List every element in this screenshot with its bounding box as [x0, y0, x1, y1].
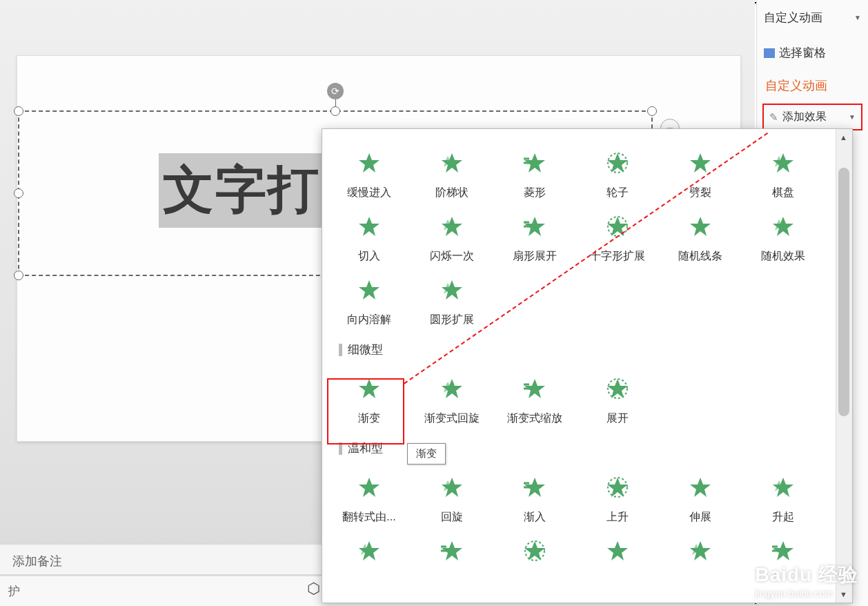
- effect-item[interactable]: [328, 529, 411, 593]
- effect-label: 随机效果: [761, 249, 805, 264]
- star-icon: [355, 148, 384, 177]
- svg-marker-27: [442, 379, 462, 398]
- scroll-up-icon[interactable]: ▲: [840, 133, 847, 141]
- effect-label: 升起: [772, 510, 794, 525]
- star-icon: [437, 536, 466, 565]
- svg-marker-22: [359, 280, 379, 300]
- star-icon: [437, 473, 466, 502]
- effect-label: 渐变式回旋: [424, 411, 480, 426]
- resize-handle[interactable]: [14, 271, 23, 280]
- svg-marker-41: [690, 478, 711, 497]
- effect-item[interactable]: 阶梯状: [411, 141, 493, 205]
- svg-marker-19: [690, 217, 711, 236]
- effect-item[interactable]: [659, 529, 742, 593]
- effect-label: 扇形展开: [513, 249, 557, 264]
- textbox-content[interactable]: 文字打: [159, 153, 324, 228]
- star-icon: [437, 212, 466, 241]
- effect-label: 圆形扩展: [430, 313, 474, 327]
- effect-item[interactable]: 十字形扩展: [576, 205, 659, 268]
- effect-item[interactable]: 轮子: [576, 141, 659, 205]
- resize-handle[interactable]: [14, 188, 23, 198]
- pencil-icon: ✎: [769, 111, 778, 124]
- star-icon: [769, 148, 798, 177]
- svg-marker-43: [773, 478, 793, 497]
- effect-label: 回旋: [441, 510, 463, 525]
- star-icon: [437, 374, 466, 403]
- star-icon: [603, 536, 632, 565]
- effect-item[interactable]: 随机线条: [659, 205, 742, 268]
- select-pane-button[interactable]: 选择窗格: [757, 35, 868, 70]
- effect-item[interactable]: 闪烁一次: [411, 205, 493, 268]
- effect-item[interactable]: 伸展: [659, 466, 742, 529]
- star-icon: [603, 374, 632, 403]
- effect-item[interactable]: 向内溶解: [328, 268, 411, 332]
- effect-label: 上升: [606, 510, 629, 525]
- star-icon: [769, 212, 798, 241]
- resize-handle[interactable]: [14, 106, 23, 116]
- svg-marker-45: [359, 541, 379, 560]
- effect-item[interactable]: 渐变式回旋: [411, 367, 493, 431]
- effect-item[interactable]: 渐变式缩放: [493, 367, 576, 431]
- svg-marker-2: [442, 153, 462, 173]
- resize-handle[interactable]: [331, 106, 340, 116]
- star-icon: [437, 275, 466, 304]
- effect-item[interactable]: 圆形扩展: [411, 268, 493, 332]
- effect-item[interactable]: 随机效果: [742, 205, 825, 268]
- star-icon: [520, 536, 549, 565]
- effect-item[interactable]: 劈裂: [659, 141, 742, 205]
- star-icon: [769, 473, 798, 502]
- resize-handle[interactable]: [647, 106, 657, 116]
- effect-item[interactable]: 缓慢进入: [328, 141, 411, 205]
- view-cube-icon[interactable]: ⬡: [307, 580, 320, 598]
- effect-item[interactable]: [493, 529, 576, 593]
- watermark: Baidu 经验 jingyan.baidu.com: [755, 562, 858, 599]
- effects-panel: ▲ ▼ 缓慢进入阶梯状菱形轮子劈裂棋盘 切入闪烁一次扇形展开十字形扩展随机线条随…: [322, 128, 853, 603]
- effect-label: 十字形扩展: [590, 249, 645, 264]
- svg-marker-8: [690, 153, 711, 173]
- star-icon: [355, 374, 384, 403]
- svg-marker-11: [359, 217, 379, 236]
- custom-animation-title: 自定义动画: [757, 70, 868, 101]
- effect-item[interactable]: 扇形展开: [493, 205, 576, 268]
- effect-label: 劈裂: [689, 186, 711, 200]
- effect-item[interactable]: 切入: [328, 205, 411, 268]
- svg-marker-21: [773, 217, 793, 236]
- effect-label: 展开: [606, 411, 629, 426]
- star-icon: [603, 148, 632, 177]
- effect-label: 闪烁一次: [430, 249, 474, 264]
- effect-label: 切入: [358, 249, 380, 264]
- effect-item[interactable]: 渐变: [328, 367, 411, 431]
- effect-item[interactable]: 渐入: [493, 466, 576, 529]
- effect-label: 随机线条: [678, 249, 722, 264]
- effect-item[interactable]: 升起: [742, 466, 825, 529]
- effect-item[interactable]: 翻转式由...: [328, 466, 411, 529]
- rotate-handle-icon[interactable]: ⟳: [327, 83, 344, 99]
- star-icon: [355, 275, 384, 304]
- star-icon: [686, 148, 715, 177]
- effect-item[interactable]: 上升: [576, 466, 659, 529]
- effect-item[interactable]: 展开: [576, 367, 659, 431]
- custom-animation-dropdown[interactable]: 自定义动画 ▼: [757, 0, 868, 35]
- star-icon: [686, 473, 715, 502]
- star-icon: [520, 374, 549, 403]
- effect-item[interactable]: 菱形: [493, 141, 576, 205]
- effect-label: 渐入: [524, 510, 546, 525]
- scrollbar-thumb[interactable]: [838, 168, 849, 416]
- effect-item[interactable]: 棋盘: [742, 141, 825, 205]
- effect-label: 棋盘: [772, 186, 794, 200]
- star-icon: [686, 536, 715, 565]
- effect-label: 菱形: [524, 186, 546, 200]
- effect-label: 轮子: [606, 186, 629, 200]
- section-moderate: 温和型: [325, 431, 845, 466]
- star-icon: [520, 212, 549, 241]
- chevron-down-icon: ▼: [849, 113, 856, 121]
- star-icon: [355, 212, 384, 241]
- effect-tooltip: 渐变: [407, 443, 446, 465]
- star-icon: [520, 148, 549, 177]
- effect-item[interactable]: 回旋: [411, 466, 493, 529]
- effect-item[interactable]: [411, 529, 493, 593]
- section-subtle: 细微型: [325, 332, 845, 367]
- add-effect-button[interactable]: ✎ 添加效果 ▼: [762, 104, 862, 130]
- effect-item[interactable]: [576, 529, 659, 593]
- scrollbar[interactable]: ▲ ▼: [836, 129, 852, 603]
